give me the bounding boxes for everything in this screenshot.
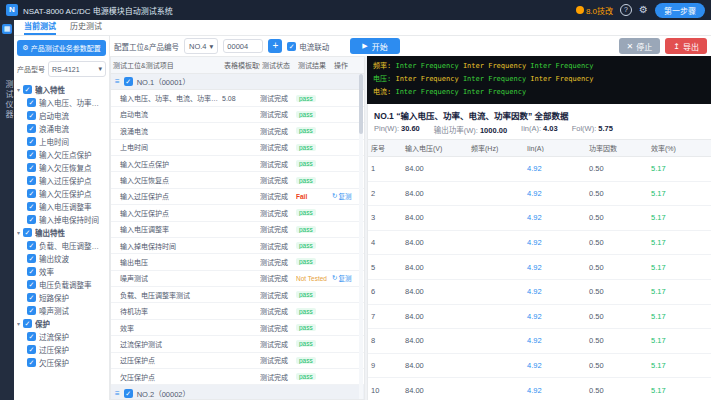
tree-item[interactable]: ✓上电时间 — [17, 135, 106, 148]
tree-group[interactable]: ▾✓保护 — [17, 317, 106, 330]
test-item-row[interactable]: 输入欠压点保护测试完成pass — [111, 156, 364, 172]
result-row[interactable]: 384.004.920.505.17 — [368, 206, 711, 231]
tree-group[interactable]: ▾✓输出特性 — [17, 226, 106, 239]
checkbox-checked[interactable]: ✓ — [27, 267, 36, 276]
checkbox-checked[interactable]: ✓ — [27, 358, 36, 367]
tree-item[interactable]: ✓浪涌电流 — [17, 122, 106, 135]
result-row[interactable]: 784.004.920.505.17 — [368, 305, 711, 330]
product-model-select[interactable]: RS-4121 ▾ — [48, 61, 106, 77]
retest-button[interactable]: ↻复测 — [332, 191, 358, 201]
tree-item[interactable]: ✓效率 — [17, 265, 106, 278]
tree-item[interactable]: ✓启动电流 — [17, 109, 106, 122]
caret-icon[interactable]: ▾ — [17, 320, 20, 327]
checkbox-checked[interactable]: ✓ — [27, 124, 36, 133]
test-item-row[interactable]: 欠压保护点测试完成pass — [111, 369, 364, 385]
tree-item[interactable]: ✓输入欠压保护点 — [17, 187, 106, 200]
checkbox-checked[interactable]: ✓ — [124, 77, 133, 86]
checkbox-checked[interactable]: ✓ — [27, 254, 36, 263]
caret-icon[interactable]: ▾ — [17, 229, 20, 236]
tree-item[interactable]: ✓输入电压调整率 — [17, 200, 106, 213]
apps-icon[interactable]: ▦ — [2, 24, 12, 34]
checkbox-checked[interactable]: ✓ — [27, 293, 36, 302]
tree-item[interactable]: ✓输入过压保护点 — [17, 174, 106, 187]
caret-icon[interactable]: ▾ — [17, 86, 20, 93]
tree-item[interactable]: ✓输入掉电保持时间 — [17, 213, 106, 226]
checkbox-checked[interactable]: ✓ — [27, 215, 36, 224]
checkbox-checked[interactable]: ✓ — [23, 85, 32, 94]
drag-handle-icon[interactable]: ≡ — [115, 77, 120, 86]
station-group-row[interactable]: ≡✓NO.1（00001） — [111, 74, 364, 90]
checkbox-checked[interactable]: ✓ — [23, 228, 32, 237]
checkbox-checked[interactable]: ✓ — [27, 189, 36, 198]
result-row[interactable]: 584.004.920.505.17 — [368, 255, 711, 280]
help-icon[interactable]: ? — [620, 4, 632, 16]
checkbox-checked[interactable]: ✓ — [27, 202, 36, 211]
checkbox-checked[interactable]: ✓ — [27, 345, 36, 354]
tree-item[interactable]: ✓输入电压、功率、电流、功率因数 — [17, 96, 106, 109]
test-item-row[interactable]: 启动电流测试完成pass — [111, 107, 364, 123]
tree-item[interactable]: ✓输出纹波 — [17, 252, 106, 265]
rail-item-instruments[interactable]: 测试仪器 — [3, 80, 14, 120]
checkbox-checked[interactable]: ✓ — [27, 306, 36, 315]
start-button[interactable]: ▶ 开始 — [350, 38, 399, 54]
checkbox-checked[interactable]: ✓ — [23, 319, 32, 328]
test-item-row[interactable]: 上电时间测试完成pass — [111, 140, 364, 156]
checkbox-checked[interactable]: ✓ — [27, 111, 36, 120]
checkbox-checked[interactable]: ✓ — [27, 332, 36, 341]
tree-item[interactable]: ✓欠压保护 — [17, 356, 106, 369]
tree-group[interactable]: ▾✓输入特性 — [17, 83, 106, 96]
test-item-row[interactable]: 待机功率测试完成pass — [111, 303, 364, 319]
result-row[interactable]: 484.004.920.505.17 — [368, 231, 711, 256]
checkbox-checked[interactable]: ✓ — [27, 150, 36, 159]
retest-button[interactable]: ↻复测 — [332, 273, 358, 283]
tree-item[interactable]: ✓过压保护 — [17, 343, 106, 356]
test-item-row[interactable]: 负载、电压调整率测试测试完成pass — [111, 287, 364, 303]
checkbox-checked[interactable]: ✓ — [287, 42, 296, 51]
checkbox-checked[interactable]: ✓ — [27, 241, 36, 250]
checkbox-checked[interactable]: ✓ — [27, 137, 36, 146]
test-item-row[interactable]: 输入掉电保持时间测试完成pass — [111, 238, 364, 254]
tree-item[interactable]: ✓负载、电压调整率/调整 — [17, 239, 106, 252]
test-item-row[interactable]: 噪声测试测试完成Not Tested↻复测 — [111, 271, 364, 287]
result-row[interactable]: 984.004.920.505.17 — [368, 354, 711, 379]
config-params-button[interactable]: ⚙ 产品测试业务参数配置 — [17, 40, 106, 56]
checkbox-checked[interactable]: ✓ — [27, 280, 36, 289]
tree-item[interactable]: ✓电压负载调整率 — [17, 278, 106, 291]
checkbox-checked[interactable]: ✓ — [27, 98, 36, 107]
checkbox-checked[interactable]: ✓ — [27, 163, 36, 172]
test-item-row[interactable]: 输入电压、功率、电流、功率因数5.08测试完成pass — [111, 90, 364, 106]
station-select[interactable]: NO.4 ▾ — [184, 38, 218, 54]
checkbox-checked[interactable]: ✓ — [27, 176, 36, 185]
test-item-row[interactable]: 浪涌电流测试完成pass — [111, 123, 364, 139]
add-station-button[interactable]: + — [268, 39, 282, 53]
tree-item[interactable]: ✓过流保护 — [17, 330, 106, 343]
result-row[interactable]: 284.004.920.505.17 — [368, 182, 711, 207]
result-row[interactable]: 884.004.920.505.17 — [368, 329, 711, 354]
checkbox-checked[interactable]: ✓ — [124, 389, 133, 398]
gear-icon[interactable]: ⚙ — [639, 5, 648, 15]
result-row[interactable]: 1084.004.920.505.17 — [368, 378, 711, 400]
serial-number-input[interactable] — [223, 39, 263, 53]
tree-item[interactable]: ✓输入欠压点保护 — [17, 148, 106, 161]
stop-button[interactable]: ✕ 停止 — [619, 38, 661, 54]
tab-0[interactable]: 当前测试 — [24, 20, 56, 35]
test-item-row[interactable]: 输入欠压恢复点测试完成pass — [111, 172, 364, 188]
test-item-row[interactable]: 过流保护测试测试完成pass — [111, 336, 364, 352]
export-button[interactable]: ↥ 导出 — [665, 38, 707, 54]
tab-1[interactable]: 历史测试 — [70, 20, 102, 35]
test-item-row[interactable]: 输入电压调整率测试完成pass — [111, 222, 364, 238]
result-row[interactable]: 184.004.920.505.17 — [368, 157, 711, 182]
result-row[interactable]: 684.004.920.505.17 — [368, 280, 711, 305]
scrollbar-thumb[interactable] — [359, 74, 363, 134]
test-item-row[interactable]: 输入欠压保护点测试完成pass — [111, 205, 364, 221]
vertical-scrollbar[interactable] — [359, 74, 363, 400]
tree-item[interactable]: ✓输入欠压恢复点 — [17, 161, 106, 174]
test-item-row[interactable]: 过压保护点测试完成pass — [111, 353, 364, 369]
test-item-row[interactable]: 输出电压测试完成pass — [111, 254, 364, 270]
test-item-row[interactable]: 输入过压保护点测试完成Fail↻复测 — [111, 189, 364, 205]
test-item-row[interactable]: 效率测试完成pass — [111, 320, 364, 336]
tree-item[interactable]: ✓噪声测试 — [17, 304, 106, 317]
station-group-row[interactable]: ≡✓NO.2（00002） — [111, 385, 364, 400]
drag-handle-icon[interactable]: ≡ — [115, 389, 120, 398]
tree-item[interactable]: ✓短路保护 — [17, 291, 106, 304]
